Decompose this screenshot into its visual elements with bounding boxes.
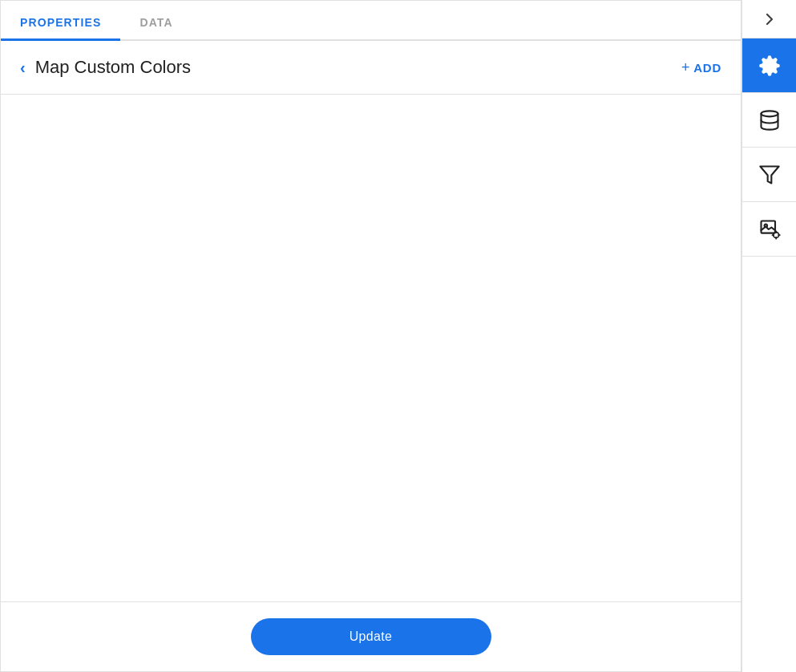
tabs-bar: PROPERTIES DATA bbox=[1, 1, 741, 41]
svg-marker-1 bbox=[760, 166, 778, 183]
right-sidebar bbox=[741, 0, 796, 672]
update-button[interactable]: Update bbox=[251, 618, 491, 655]
filter-icon bbox=[758, 164, 781, 186]
add-label: ADD bbox=[693, 61, 721, 75]
content-area bbox=[1, 95, 741, 601]
gear-icon bbox=[758, 55, 781, 77]
page-title: Map Custom Colors bbox=[35, 57, 191, 78]
back-button[interactable]: ‹ bbox=[20, 59, 26, 75]
sidebar-settings-button[interactable] bbox=[742, 38, 796, 93]
chevron-right-icon bbox=[762, 11, 778, 27]
image-settings-icon bbox=[758, 218, 781, 241]
sidebar-database-button[interactable] bbox=[742, 93, 796, 148]
database-icon bbox=[758, 109, 781, 132]
page-header-left: ‹ Map Custom Colors bbox=[20, 57, 191, 78]
tab-properties[interactable]: PROPERTIES bbox=[1, 6, 120, 41]
svg-rect-2 bbox=[761, 221, 775, 233]
tab-data[interactable]: DATA bbox=[120, 6, 192, 41]
footer-bar: Update bbox=[1, 601, 741, 671]
sidebar-filter-button[interactable] bbox=[742, 148, 796, 202]
sidebar-image-settings-button[interactable] bbox=[742, 202, 796, 257]
main-panel: PROPERTIES DATA ‹ Map Custom Colors + AD… bbox=[0, 0, 741, 672]
page-header: ‹ Map Custom Colors + ADD bbox=[1, 41, 741, 95]
svg-point-0 bbox=[761, 111, 778, 116]
plus-icon: + bbox=[681, 59, 690, 76]
add-button[interactable]: + ADD bbox=[681, 59, 721, 76]
sidebar-toggle-button[interactable] bbox=[742, 0, 796, 38]
